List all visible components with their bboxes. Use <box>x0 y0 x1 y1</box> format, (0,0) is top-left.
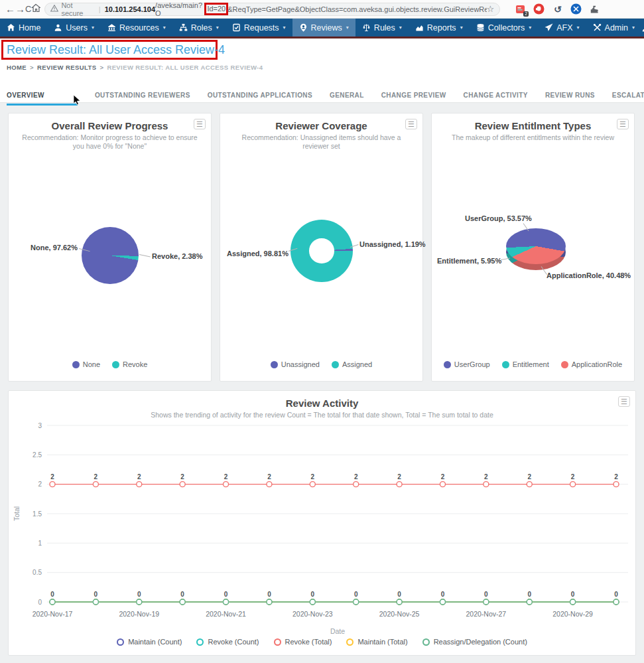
chart-legend: UnassignedAssigned <box>220 360 422 368</box>
legend-label: Reassign/Delegation (Count) <box>434 638 527 646</box>
svg-text:0: 0 <box>38 599 42 606</box>
breadcrumb-separator: > <box>30 64 34 71</box>
legend-circle <box>274 638 281 646</box>
breadcrumb-item[interactable]: REVIEW RESULTS <box>37 64 96 71</box>
legend-item[interactable]: Entitlement <box>502 360 549 368</box>
nav-item-label: Requests <box>244 23 279 33</box>
legend-label: ApplicationRole <box>572 360 622 368</box>
legend-item[interactable]: Maintain (Count) <box>117 638 182 646</box>
svg-text:0: 0 <box>571 591 575 598</box>
adblock-icon[interactable] <box>533 3 545 15</box>
nav-item-reviews[interactable]: Reviews▾ <box>292 19 355 37</box>
card-menu-icon[interactable]: ☰ <box>405 119 417 129</box>
legend-dot <box>332 361 339 368</box>
svg-text:0: 0 <box>484 591 488 598</box>
nav-item-rules[interactable]: Rules▾ <box>355 19 409 37</box>
nav-item-label: Rules <box>374 23 395 33</box>
legend-circle <box>196 638 204 646</box>
legend-dot <box>561 361 568 368</box>
legend-circle <box>117 638 124 646</box>
legend-item[interactable]: ApplicationRole <box>561 360 622 368</box>
svg-text:0: 0 <box>224 591 228 598</box>
nav-item-label: Users <box>66 23 88 33</box>
not-secure-label: Not secure <box>61 1 94 17</box>
history-icon[interactable]: ↺ <box>552 3 563 15</box>
breadcrumb-item[interactable]: HOME <box>7 64 27 71</box>
chevron-down-icon: ▾ <box>399 25 402 31</box>
card-title: Overall Review Progress <box>9 120 211 131</box>
chevron-down-icon: ▾ <box>632 25 635 31</box>
legend-item[interactable]: None <box>72 360 100 368</box>
mouse-cursor <box>73 94 82 106</box>
activity-line-chart[interactable]: 00.511.522.53Total0000000000000022222222… <box>9 420 636 640</box>
nav-item-roles[interactable]: Roles▾ <box>172 19 225 37</box>
legend-dot <box>72 361 80 368</box>
url-path-post: &ReqType=GetPage&ObjectClass=com.aveksa.… <box>227 5 486 13</box>
svg-text:0: 0 <box>137 591 141 598</box>
legend-item[interactable]: Revoke (Total) <box>274 638 332 646</box>
svg-text:2020-Nov-19: 2020-Nov-19 <box>119 610 159 618</box>
back-icon[interactable]: ← <box>5 3 15 15</box>
extensions-puzzle-icon[interactable] <box>589 3 600 15</box>
page-title: Review Result: All User Access Review-4 <box>3 43 225 57</box>
nav-item-collectors[interactable]: Collectors▾ <box>470 19 539 37</box>
svg-text:0: 0 <box>441 591 445 598</box>
browser-home-icon[interactable] <box>31 3 40 15</box>
nav-item-admin[interactable]: Admin▾ <box>586 19 641 37</box>
nav-item-users[interactable]: Users▾ <box>47 19 101 37</box>
user-icon[interactable]: ▾ <box>641 23 644 33</box>
forward-icon[interactable]: → <box>15 3 25 15</box>
address-bar[interactable]: Not secure | 10.101.254.104 /aveksa/main… <box>44 3 500 16</box>
legend-item[interactable]: Revoke (Count) <box>196 638 259 646</box>
slice-label: None, 97.62% <box>17 244 78 252</box>
svg-text:2: 2 <box>224 473 228 480</box>
legend-item[interactable]: UserGroup <box>444 360 490 368</box>
svg-text:2: 2 <box>38 480 42 488</box>
legend-circle <box>422 638 430 646</box>
svg-text:0: 0 <box>614 591 618 598</box>
refresh-icon[interactable]: C <box>25 4 31 14</box>
nav-item-resources[interactable]: Resources▾ <box>101 19 172 37</box>
leader-line <box>139 254 151 258</box>
legend-item[interactable]: Unassigned <box>271 360 320 368</box>
svg-text:Total: Total <box>13 506 21 521</box>
legend-label: Revoke <box>123 360 147 368</box>
card-subtitle: The makeup of different entitlments with… <box>441 133 625 142</box>
nav-item-reports[interactable]: Reports▾ <box>409 19 470 37</box>
slice-label: Entitlement, 5.95% <box>437 257 499 265</box>
pie-chart[interactable] <box>82 227 139 284</box>
legend-item[interactable]: Reassign/Delegation (Count) <box>422 638 527 646</box>
pie-chart[interactable] <box>506 228 566 264</box>
svg-text:0: 0 <box>180 591 184 598</box>
nav-item-afx[interactable]: AFX▾ <box>538 19 586 37</box>
svg-text:0: 0 <box>311 591 315 598</box>
card-subtitle: Shows the trending of activity for the r… <box>18 411 626 419</box>
nav-item-label: Resources <box>119 23 159 33</box>
card-subtitle: Recommendation: Monitor progress to achi… <box>18 133 202 151</box>
legend-item[interactable]: Maintain (Total) <box>346 638 407 646</box>
nav-item-home[interactable]: Home <box>0 19 47 37</box>
card-menu-icon[interactable]: ☰ <box>194 119 206 129</box>
legend-item[interactable]: Assigned <box>332 360 372 368</box>
blue-extension-icon[interactable] <box>570 3 582 15</box>
url-highlight-annotation: Id=20 <box>204 3 228 15</box>
tools-icon <box>593 23 602 32</box>
svg-text:2: 2 <box>614 473 618 480</box>
extension-cards-icon[interactable]: 2 <box>515 3 526 15</box>
chart-legend: Maintain (Count)Revoke (Count)Revoke (To… <box>9 638 635 646</box>
nav-item-label: Home <box>19 23 40 33</box>
svg-text:2: 2 <box>484 473 488 480</box>
paper-plane-icon <box>545 23 553 32</box>
svg-text:2: 2 <box>267 473 271 480</box>
nav-item-requests[interactable]: Requests▾ <box>225 19 292 37</box>
card-menu-icon[interactable]: ☰ <box>618 396 630 407</box>
card-menu-icon[interactable]: ☰ <box>617 119 629 129</box>
legend-label: UserGroup <box>454 360 490 368</box>
slice-label: UserGroup, 53.57% <box>465 214 538 222</box>
svg-text:Date: Date <box>330 627 345 635</box>
legend-item[interactable]: Revoke <box>112 360 147 368</box>
bookmark-star-icon[interactable]: ☆ <box>487 4 495 14</box>
svg-text:0: 0 <box>50 591 54 598</box>
not-secure-warning-icon <box>50 5 58 13</box>
legend-dot <box>271 361 278 368</box>
